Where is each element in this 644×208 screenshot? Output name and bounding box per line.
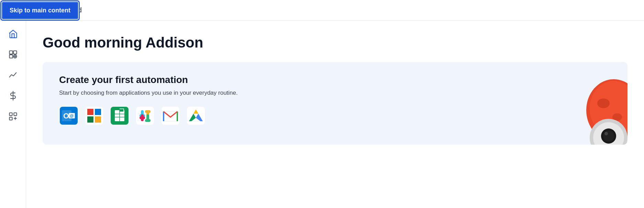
header: mation Cloud (0, 0, 644, 21)
main-content: Good morning Addison Create your first a… (26, 21, 644, 208)
svg-rect-32 (140, 116, 145, 119)
svg-rect-19 (95, 116, 101, 123)
slack-icon-button[interactable] (135, 106, 155, 125)
apps-icon (8, 112, 18, 121)
svg-rect-8 (14, 113, 16, 116)
greeting-heading: Good morning Addison (43, 34, 628, 51)
sheets-icon-button[interactable] (110, 106, 129, 125)
sidebar (0, 21, 26, 208)
gmail-icon-button[interactable] (161, 106, 180, 125)
sidebar-item-billing[interactable] (2, 87, 24, 105)
app-icons-row: O @ (59, 106, 611, 125)
svg-rect-9 (9, 117, 12, 120)
svg-point-53 (604, 132, 608, 135)
svg-rect-7 (9, 113, 12, 116)
svg-rect-1 (13, 51, 16, 54)
banner-card: Create your first automation Start by ch… (43, 62, 628, 145)
sidebar-item-apps[interactable] (2, 107, 24, 125)
svg-rect-25 (120, 109, 124, 112)
banner-title: Create your first automation (59, 74, 611, 85)
skip-to-main-button[interactable]: Skip to main content (1, 1, 79, 20)
svg-rect-34 (145, 119, 151, 122)
svg-text:@: @ (70, 114, 74, 118)
main-layout: Good morning Addison Create your first a… (0, 21, 644, 208)
svg-rect-2 (9, 55, 12, 58)
svg-rect-16 (87, 109, 93, 115)
svg-point-52 (603, 131, 614, 142)
home-icon (8, 29, 18, 39)
analytics-icon (8, 70, 18, 80)
banner-subtitle: Start by choosing from applications you … (59, 90, 611, 96)
svg-text:O: O (63, 112, 69, 120)
svg-rect-0 (9, 51, 12, 54)
svg-rect-17 (95, 109, 101, 115)
sidebar-item-analytics[interactable] (2, 66, 24, 84)
office-icon-button[interactable] (85, 106, 104, 125)
svg-rect-30 (145, 110, 151, 113)
gdrive-icon-button[interactable] (186, 106, 206, 125)
svg-rect-18 (87, 116, 93, 123)
sidebar-item-home[interactable] (2, 25, 24, 43)
automation-icon (8, 50, 18, 59)
sidebar-item-automation[interactable] (2, 45, 24, 63)
billing-icon (8, 91, 18, 101)
robot-illustration (559, 69, 628, 145)
outlook-icon-button[interactable]: O @ (59, 106, 78, 125)
svg-point-47 (597, 98, 610, 108)
